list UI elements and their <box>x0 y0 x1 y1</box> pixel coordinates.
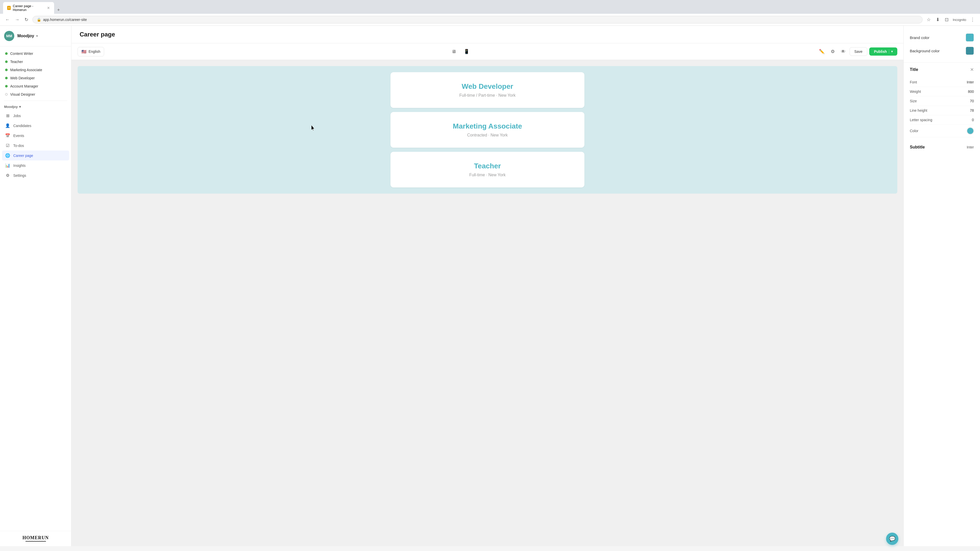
page-title: Career page <box>80 31 895 38</box>
size-value: 70 <box>970 99 974 103</box>
save-button[interactable]: Save <box>850 47 867 56</box>
sidebar-company-section: Moodjoy ▾ <box>0 103 71 111</box>
flag-icon: 🇺🇸 <box>81 49 86 54</box>
active-tab[interactable]: H Career page - Homerun ✕ <box>3 2 54 14</box>
chat-icon: 💬 <box>889 536 896 542</box>
card-subtitle: Contracted · New York <box>401 133 574 138</box>
job-label: Web Developer <box>10 76 35 80</box>
main-content: Career page 🇺🇸 English 🖥 📱 ✏️ ⚙ 👁 Save P… <box>72 26 904 546</box>
job-active-dot <box>5 52 8 55</box>
card-title: Teacher <box>401 162 574 170</box>
publish-label: Publish <box>874 49 887 54</box>
title-color-swatch[interactable] <box>967 127 974 135</box>
sidebar-item-account-manager[interactable]: Account Manager <box>2 82 69 90</box>
homerun-logo: HOMERUN <box>4 535 67 540</box>
sidebar-item-events[interactable]: 📅 Events <box>2 130 69 141</box>
chat-bubble-button[interactable]: 💬 <box>886 533 898 545</box>
sidebar-item-insights[interactable]: 📊 Insights <box>2 160 69 170</box>
sidebar-item-teacher[interactable]: Teacher <box>2 58 69 66</box>
bookmark-button[interactable]: ☆ <box>926 16 932 24</box>
sidebar-item-todos[interactable]: ☑ To-dos <box>2 141 69 151</box>
sidebar-item-jobs[interactable]: ⊞ Jobs <box>2 111 69 121</box>
sidebar-item-marketing-associate[interactable]: Marketing Associate <box>2 66 69 74</box>
letter-spacing-value: 0 <box>972 118 974 122</box>
nav-label: Career page <box>13 154 33 158</box>
subtitle-label: Subtitle <box>910 145 925 149</box>
company-section-label: Moodjoy <box>4 105 18 109</box>
weight-value: 800 <box>968 89 974 94</box>
card-title: Web Developer <box>401 83 574 91</box>
menu-button[interactable]: ⋮ <box>969 16 976 24</box>
jobs-list: Content Writer Teacher Marketing Associa… <box>0 49 71 98</box>
sidebar-item-settings[interactable]: ⚙ Settings <box>2 170 69 180</box>
tab-favicon: H <box>7 6 11 10</box>
back-button[interactable]: ← <box>4 16 11 24</box>
reload-button[interactable]: ↻ <box>24 16 29 24</box>
company-section-chevron: ▾ <box>19 105 21 109</box>
sidebar-item-candidates[interactable]: 👤 Candidates <box>2 121 69 130</box>
font-label: Font <box>910 80 917 84</box>
background-color-label: Background color <box>910 49 940 53</box>
nav-label: Jobs <box>13 114 21 118</box>
new-tab-button[interactable]: + <box>55 6 62 14</box>
card-subtitle: Full-time / Part-time · New York <box>401 93 574 98</box>
background-color-swatch[interactable] <box>966 47 974 55</box>
settings-button[interactable]: ⚙ <box>829 47 837 56</box>
career-page-icon: 🌐 <box>5 153 10 158</box>
mobile-view-button[interactable]: 📱 <box>460 46 473 57</box>
size-label: Size <box>910 99 917 103</box>
publish-button[interactable]: Publish ▾ <box>869 48 897 56</box>
sidebar: MM Moodjoy ▾ Content Writer Teacher M <box>0 26 72 546</box>
letter-spacing-label: Letter spacing <box>910 118 932 122</box>
card-subtitle: Full-time · New York <box>401 173 574 177</box>
card-title: Marketing Associate <box>401 122 574 130</box>
size-row: Size 70 <box>910 97 974 106</box>
language-button[interactable]: 🇺🇸 English <box>78 47 104 56</box>
publish-chevron-icon: ▾ <box>891 50 893 53</box>
extensions-button[interactable]: ⊡ <box>944 16 950 24</box>
color-section: Brand color Background color <box>904 26 980 63</box>
company-avatar: MM <box>4 31 14 41</box>
sidebar-item-visual-designer[interactable]: Visual Designer <box>2 90 69 98</box>
download-button[interactable]: ⬇ <box>935 16 941 24</box>
tab-close-icon[interactable]: ✕ <box>47 6 50 10</box>
job-label: Content Writer <box>10 52 33 56</box>
sidebar-item-web-developer[interactable]: Web Developer <box>2 74 69 82</box>
edit-button[interactable]: ✏️ <box>817 47 827 56</box>
title-panel-close-button[interactable]: ✕ <box>970 67 974 73</box>
brand-color-swatch[interactable] <box>966 33 974 41</box>
avatar-initials: MM <box>6 34 12 38</box>
nav-label: Settings <box>13 173 26 178</box>
tab-bar: H Career page - Homerun ✕ + <box>0 0 980 14</box>
sidebar-jobs-section: Content Writer Teacher Marketing Associa… <box>0 46 71 531</box>
line-height-label: Line height <box>910 108 928 113</box>
job-label: Visual Designer <box>10 92 35 97</box>
company-chevron-icon[interactable]: ▾ <box>36 34 38 38</box>
title-panel-header: Title ✕ <box>910 67 974 73</box>
events-icon: 📅 <box>5 133 10 138</box>
card-marketing-associate[interactable]: Marketing Associate Contracted · New Yor… <box>390 112 584 148</box>
preview-button[interactable]: 👁 <box>839 47 848 56</box>
sidebar-header: MM Moodjoy ▾ <box>0 26 71 46</box>
card-teacher[interactable]: Teacher Full-time · New York <box>390 152 584 187</box>
desktop-view-button[interactable]: 🖥 <box>448 46 460 57</box>
address-bar[interactable]: 🔒 app.homerun.co/career-site <box>32 16 923 24</box>
forward-button[interactable]: → <box>14 16 21 24</box>
card-web-developer[interactable]: Web Developer Full-time / Part-time · Ne… <box>390 72 584 108</box>
tab-title: Career page - Homerun <box>13 4 44 12</box>
candidates-icon: 👤 <box>5 123 10 128</box>
letter-spacing-row: Letter spacing 0 <box>910 115 974 125</box>
job-active-dot <box>5 85 8 87</box>
font-value: Inter <box>967 80 974 84</box>
job-active-dot <box>5 60 8 63</box>
line-height-value: 78 <box>970 108 974 113</box>
sidebar-item-content-writer[interactable]: Content Writer <box>2 49 69 58</box>
color-row: Color <box>910 125 974 137</box>
weight-label: Weight <box>910 89 921 94</box>
title-panel: Title ✕ Font Inter Weight 800 Size 70 Li… <box>904 63 980 141</box>
subtitle-font-value: Inter <box>967 145 974 149</box>
sidebar-item-career-page[interactable]: 🌐 Career page <box>2 151 69 160</box>
nav-label: Insights <box>13 164 25 168</box>
job-inactive-dot <box>5 93 8 96</box>
sidebar-footer: HOMERUN <box>0 531 71 546</box>
